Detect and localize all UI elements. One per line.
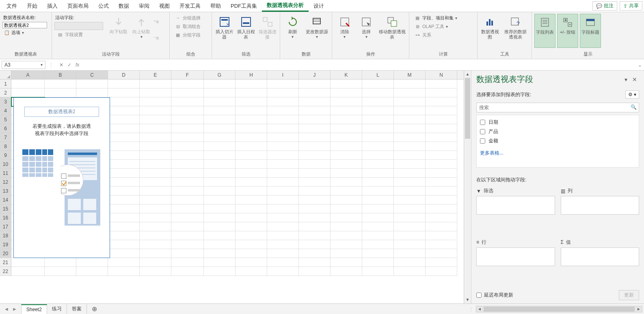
pivotchart-button[interactable]: 数据透视图 — [480, 14, 500, 48]
hscroll-right-icon[interactable]: ► — [635, 307, 642, 311]
recommend-pivot-button[interactable]: ? 推荐的数据透视表 — [501, 14, 529, 48]
collapse-icon[interactable]: ⁻≡ — [153, 35, 159, 41]
row-header-12[interactable]: 12 — [0, 178, 11, 187]
share-button[interactable]: ⇪共享 — [620, 1, 642, 11]
enter-icon[interactable]: ✓ — [67, 62, 71, 68]
field-checkbox-amount[interactable]: 金额 — [479, 136, 636, 146]
tab-file[interactable]: 文件 — [2, 1, 22, 11]
scroll-down-icon[interactable]: ▼ — [464, 296, 471, 303]
insert-timeline-button[interactable]: 插入日程表 — [236, 14, 256, 48]
fieldlist-toggle[interactable]: 字段列表 — [534, 14, 555, 48]
row-header-10[interactable]: 10 — [0, 160, 11, 169]
sidebar-dd-icon[interactable]: ▾ — [621, 76, 630, 83]
area-rows[interactable]: ≡行 — [476, 239, 555, 286]
row-header-6[interactable]: 6 — [0, 124, 11, 133]
field-checkbox-date[interactable]: 日期 — [479, 118, 636, 127]
col-header-I[interactable]: I — [267, 71, 299, 79]
area-filter[interactable]: ▼筛选 — [476, 187, 555, 235]
hscroll-left-icon[interactable]: ◄ — [476, 307, 483, 311]
field-settings-button[interactable]: ▤ 字段设置 — [54, 30, 106, 39]
hscroll-thumb[interactable] — [484, 307, 635, 312]
move-pivottable-button[interactable]: 移动数据透视表 — [378, 14, 406, 48]
refresh-button[interactable]: 刷新▾ — [283, 14, 303, 48]
field-checkbox-product[interactable]: 产品 — [479, 127, 636, 136]
row-header-19[interactable]: 19 — [0, 240, 11, 249]
col-header-G[interactable]: G — [204, 71, 236, 79]
col-header-M[interactable]: M — [394, 71, 426, 79]
tab-home[interactable]: 开始 — [22, 1, 42, 11]
row-header-20[interactable]: 20 — [0, 249, 11, 258]
comments-button[interactable]: 💬批注 — [592, 1, 617, 11]
fx-icon[interactable]: fx — [76, 62, 79, 68]
tab-view[interactable]: 视图 — [154, 1, 175, 11]
row-header-13[interactable]: 13 — [0, 187, 11, 196]
tab-formula[interactable]: 公式 — [93, 1, 114, 11]
tab-design[interactable]: 设计 — [309, 1, 329, 11]
pivottable-placeholder[interactable]: 数据透视表2 若要生成报表，请从数据透 视表字段列表中选择字段 — [13, 97, 110, 258]
row-header-15[interactable]: 15 — [0, 204, 11, 213]
col-header-L[interactable]: L — [362, 71, 394, 79]
scroll-thumb[interactable] — [465, 78, 470, 139]
vertical-scrollbar[interactable]: ▲ ▼ — [464, 71, 471, 303]
formula-expand-icon[interactable]: ⌄ — [636, 62, 644, 68]
expand-icon[interactable]: ⁺≡ — [153, 19, 159, 25]
select-button[interactable]: 选择▾ — [356, 14, 376, 48]
col-header-J[interactable]: J — [299, 71, 331, 79]
add-sheet-button[interactable]: ⊕ — [87, 305, 102, 313]
sheet-nav-next-icon[interactable]: ► — [12, 306, 17, 312]
col-header-F[interactable]: F — [171, 71, 204, 79]
more-tables-link[interactable]: 更多表格... — [479, 150, 636, 157]
sheet-tab-0[interactable]: Sheet2 — [21, 304, 47, 314]
namebox-dd-icon[interactable]: ▾ — [41, 62, 43, 67]
row-header-4[interactable]: 4 — [0, 106, 11, 115]
tab-help[interactable]: 帮助 — [205, 1, 226, 11]
name-box[interactable]: A3▾ — [2, 61, 45, 69]
fields-items-sets-button[interactable]: ▦字段、项目和集 ▾ — [412, 14, 460, 22]
col-header-E[interactable]: E — [140, 71, 171, 79]
tab-data[interactable]: 数据 — [114, 1, 134, 11]
update-button[interactable]: 更新 — [619, 290, 639, 300]
col-header-H[interactable]: H — [236, 71, 267, 79]
cancel-icon[interactable]: ✕ — [59, 62, 63, 68]
row-header-17[interactable]: 17 — [0, 222, 11, 231]
sheet-nav-prev-icon[interactable]: ◄ — [4, 306, 9, 312]
row-header-21[interactable]: 21 — [0, 258, 11, 267]
tab-review[interactable]: 审阅 — [134, 1, 154, 11]
area-columns[interactable]: ▥列 — [561, 187, 640, 235]
formula-input[interactable] — [83, 61, 636, 69]
active-field-box[interactable] — [54, 22, 103, 30]
insert-slicer-button[interactable]: 插入切片器 — [214, 14, 234, 48]
sidebar-close-icon[interactable]: ✕ — [630, 76, 639, 83]
defer-layout-checkbox[interactable]: 延迟布局更新 — [476, 292, 513, 299]
row-header-11[interactable]: 11 — [0, 169, 11, 178]
scroll-up-icon[interactable]: ▲ — [464, 71, 471, 78]
row-header-2[interactable]: 2 — [0, 88, 11, 97]
tab-layout[interactable]: 页面布局 — [63, 1, 93, 11]
row-header-18[interactable]: 18 — [0, 231, 11, 240]
sheet-tab-2[interactable]: 答案 — [67, 304, 87, 314]
sheet-tab-1[interactable]: 练习 — [47, 304, 67, 314]
col-header-D[interactable]: D — [108, 71, 140, 79]
row-header-14[interactable]: 14 — [0, 196, 11, 204]
clear-button[interactable]: 清除▾ — [335, 14, 354, 48]
sidebar-search-input[interactable] — [476, 103, 639, 112]
area-values[interactable]: Σ值 — [561, 239, 640, 286]
sidebar-gear-button[interactable]: ⚙ ▾ — [625, 90, 639, 99]
col-header-N[interactable]: N — [426, 71, 457, 79]
col-header-B[interactable]: B — [45, 71, 76, 79]
pt-options-button[interactable]: 📋 选项▾ — [2, 29, 49, 37]
plusminus-toggle[interactable]: +− +/- 按钮 — [557, 14, 578, 48]
col-header-K[interactable]: K — [331, 71, 362, 79]
tab-pivot-analyze[interactable]: 数据透视表分析 — [262, 0, 309, 12]
change-datasource-button[interactable]: 更改数据源▾ — [305, 14, 329, 48]
row-header-22[interactable]: 22 — [0, 267, 11, 276]
select-all-corner[interactable] — [0, 71, 11, 79]
row-header-8[interactable]: 8 — [0, 142, 11, 151]
row-header-7[interactable]: 7 — [0, 133, 11, 142]
col-header-A[interactable]: A — [11, 71, 45, 79]
row-header-5[interactable]: 5 — [0, 115, 11, 124]
horizontal-scrollbar[interactable]: ◄ ► — [476, 306, 642, 312]
row-header-16[interactable]: 16 — [0, 213, 11, 222]
pt-name-input[interactable] — [2, 22, 47, 28]
tab-pdf[interactable]: PDF工具集 — [226, 1, 262, 11]
